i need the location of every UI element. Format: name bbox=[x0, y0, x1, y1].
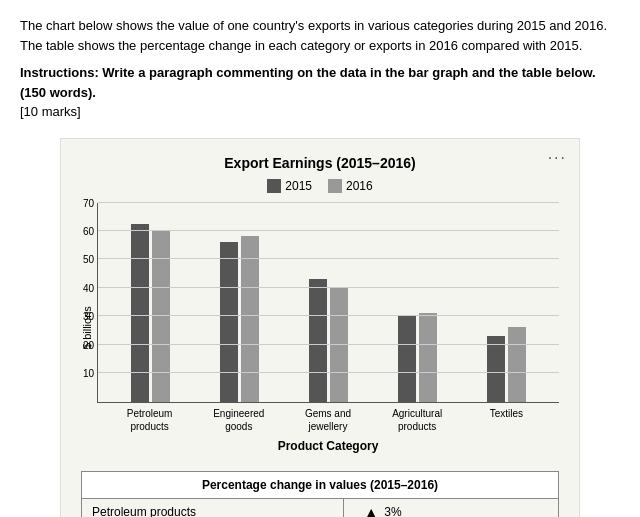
table-change: ▲3% bbox=[344, 498, 559, 517]
x-label: Textiles bbox=[476, 407, 536, 433]
y-tick-label: 50 bbox=[70, 254, 94, 265]
bar-2016 bbox=[419, 313, 437, 402]
chart-title: Export Earnings (2015–2016) bbox=[81, 155, 559, 171]
y-tick-label: 70 bbox=[70, 197, 94, 208]
y-tick-label: 20 bbox=[70, 339, 94, 350]
change-value: 3% bbox=[384, 505, 401, 518]
bar-2015 bbox=[398, 316, 416, 402]
more-options-icon[interactable]: ··· bbox=[548, 149, 567, 167]
legend-2015: 2015 bbox=[267, 179, 312, 193]
x-label: Gems andjewellery bbox=[298, 407, 358, 433]
y-tick-label: 60 bbox=[70, 225, 94, 236]
bar-group bbox=[398, 313, 437, 402]
bar-2015 bbox=[131, 224, 149, 401]
grid-line bbox=[98, 372, 559, 373]
chart-area: $ billions 10203040506070 Petroleumprodu… bbox=[81, 203, 559, 453]
grid-line bbox=[98, 344, 559, 345]
bar-group bbox=[309, 279, 348, 402]
y-tick-label: 40 bbox=[70, 282, 94, 293]
arrow-up-icon: ▲ bbox=[364, 504, 378, 518]
instructions-text: Instructions: Write a paragraph commenti… bbox=[20, 63, 620, 102]
legend-2016-label: 2016 bbox=[346, 179, 373, 193]
legend-2016: 2016 bbox=[328, 179, 373, 193]
y-tick-label: 30 bbox=[70, 311, 94, 322]
bar-2016 bbox=[241, 236, 259, 402]
grid-line bbox=[98, 202, 559, 203]
grid-line bbox=[98, 258, 559, 259]
y-tick-label: 10 bbox=[70, 368, 94, 379]
chart-inner: 10203040506070 PetroleumproductsEngineer… bbox=[97, 203, 559, 453]
grid-line bbox=[98, 287, 559, 288]
table-category: Petroleum products bbox=[82, 498, 344, 517]
legend-2015-label: 2015 bbox=[285, 179, 312, 193]
x-label: Petroleumproducts bbox=[120, 407, 180, 433]
bar-2015 bbox=[487, 336, 505, 402]
marks-text: [10 marks] bbox=[20, 102, 620, 122]
bar-2015 bbox=[309, 279, 327, 402]
intro-text: The chart below shows the value of one c… bbox=[20, 16, 620, 55]
x-labels: PetroleumproductsEngineeredgoodsGems and… bbox=[97, 403, 559, 433]
bar-group bbox=[487, 327, 526, 401]
data-table: Percentage change in values (2015–2016) … bbox=[81, 471, 559, 518]
chart-legend: 2015 2016 bbox=[81, 179, 559, 193]
table-header: Percentage change in values (2015–2016) bbox=[82, 471, 559, 498]
chart-container: ··· Export Earnings (2015–2016) 2015 201… bbox=[60, 138, 580, 518]
legend-2015-box bbox=[267, 179, 281, 193]
x-label: Engineeredgoods bbox=[209, 407, 269, 433]
x-label: Agriculturalproducts bbox=[387, 407, 447, 433]
grid-line bbox=[98, 315, 559, 316]
x-axis-title: Product Category bbox=[97, 439, 559, 453]
bar-2015 bbox=[220, 242, 238, 402]
y-axis-label: $ billions bbox=[81, 203, 93, 453]
bar-2016 bbox=[508, 327, 526, 401]
table-row: Petroleum products▲3% bbox=[82, 498, 559, 517]
bar-group bbox=[131, 224, 170, 401]
table-section: Percentage change in values (2015–2016) … bbox=[81, 471, 559, 518]
legend-2016-box bbox=[328, 179, 342, 193]
grid-line bbox=[98, 230, 559, 231]
grid-and-bars: 10203040506070 bbox=[97, 203, 559, 403]
bar-group bbox=[220, 236, 259, 402]
